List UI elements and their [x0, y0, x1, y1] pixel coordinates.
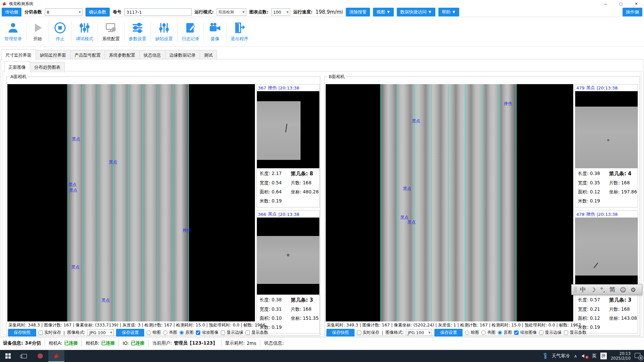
ime-mode-badge[interactable]: 拼	[600, 353, 607, 359]
save-snapshot-button[interactable]: 保存快照	[326, 329, 355, 337]
thermometer-icon	[543, 353, 548, 359]
confirm-count-button[interactable]: 确认条数	[86, 8, 110, 16]
defect-thumbnail[interactable]	[257, 218, 319, 295]
chart-points-select[interactable]: 100 ▼	[271, 8, 290, 16]
original-image-radio[interactable]: 原图	[498, 330, 512, 336]
system-config-button[interactable]: 系统配置	[98, 21, 124, 42]
play-icon	[31, 21, 44, 34]
minimize-button[interactable]: —	[598, 0, 613, 7]
defect-marker-label: 黑点	[69, 188, 77, 193]
roll-number-input[interactable]	[124, 8, 192, 16]
system-tray: 天气寒冷 ∧ ✕ 英 拼 20:13 2025/2/10 6	[543, 350, 644, 362]
dark-image-radio[interactable]: 暗图	[147, 330, 161, 336]
start-button[interactable]: 开始	[26, 21, 49, 42]
save-snapshot-button[interactable]: 保存快照	[8, 329, 36, 337]
admin-login-button[interactable]: 管理登录	[0, 21, 26, 42]
defect-thumbnail[interactable]	[257, 91, 319, 168]
run-mode-select[interactable]: 双面检测 ▼	[217, 8, 246, 16]
window-title: 视觉检测系统	[9, 1, 33, 7]
defect-marker-label: 黑点	[109, 160, 117, 165]
stop-button[interactable]: 停止	[49, 21, 71, 42]
notification-badge: 6	[638, 355, 643, 360]
ime-drag-handle[interactable]	[575, 287, 576, 293]
defect-type: 挫伤	[586, 211, 595, 217]
drive-side-button[interactable]: 传动侧	[2, 8, 21, 16]
strip-boundary-line	[113, 84, 113, 321]
defect-stats: 长度: 2.17 第几条: 8 宽度: 0.54 片数: 168 面积: 0.6…	[257, 168, 319, 207]
ime-item[interactable]: 简	[609, 286, 615, 294]
ime-toolbar[interactable]: 中☽°,简☺⚙	[571, 284, 642, 295]
ime-item[interactable]: °,	[600, 286, 605, 293]
show-edge-checkbox[interactable]: 显示边缘	[221, 330, 243, 336]
log-record-button[interactable]: 日志记录	[177, 21, 204, 42]
show-edge-checkbox[interactable]: 显示边缘	[539, 330, 561, 336]
ime-item[interactable]: ⚙	[631, 286, 636, 293]
clock-date: 2025/2/10	[611, 356, 631, 361]
notification-center-button[interactable]: 6	[635, 353, 642, 359]
clear-alarm-button[interactable]: 清除报警	[346, 8, 370, 16]
bright-image-radio[interactable]: 亮图	[163, 330, 177, 336]
bright-image-radio[interactable]: 亮图	[481, 330, 495, 336]
defect-type: 黑点	[268, 211, 277, 217]
debug-mode-button[interactable]: 调试模式	[71, 21, 98, 42]
start-button[interactable]	[0, 350, 16, 362]
exit-program-button[interactable]: 退出程序	[226, 21, 253, 42]
chevron-down-icon: ▼	[284, 11, 288, 14]
show-strips-checkbox[interactable]: 显示条数	[246, 330, 268, 336]
icon-toolbar: 管理登录 开始 停止 调试模式 系统配置 参数设置 缺陷设置 日志记录 摄像	[0, 17, 644, 47]
close-button[interactable]: ✕	[629, 0, 644, 7]
defect-type: 黑点	[586, 85, 595, 91]
save-settings-button[interactable]: 保存设置	[434, 329, 463, 337]
sub-tab-strip: 正面图像分布趋势图表	[4, 61, 64, 72]
parameter-settings-button[interactable]: 参数设置	[124, 21, 151, 42]
view-menu-button[interactable]: 视图 ▼	[373, 8, 394, 16]
show-strips-checkbox[interactable]: 显示条数	[564, 330, 586, 336]
slit-count-select[interactable]: 8 ▼	[45, 8, 83, 16]
dark-image-radio[interactable]: 暗图	[465, 330, 479, 336]
defect-id: 367	[258, 85, 266, 90]
subtab-0[interactable]: 正面图像	[4, 61, 30, 72]
language-indicator[interactable]: 英	[592, 353, 597, 359]
tab-0[interactable]: 尺寸监控界面	[1, 49, 36, 60]
status-segment: 设备信息:3#分切	[3, 340, 41, 346]
subtab-1[interactable]: 分布趋势图表	[30, 62, 65, 72]
taskbar-app-1[interactable]	[32, 350, 48, 362]
task-view-button[interactable]	[16, 350, 32, 362]
data-access-menu-button[interactable]: 数据快捷访问 ▼	[397, 8, 435, 16]
strip-boundary-line	[516, 84, 517, 321]
status-segment: 相机A:已连接	[49, 340, 78, 346]
chart-points-label: 图表点数:	[249, 9, 268, 15]
strip-boundary-line	[83, 84, 83, 321]
ime-item[interactable]: ☺	[620, 286, 626, 293]
taskbar-app-vision-system[interactable]	[48, 350, 64, 362]
defect-marker-label: 黑点	[101, 298, 110, 303]
defect-thumbnail[interactable]	[575, 218, 638, 295]
operate-side-button[interactable]: 操作侧	[623, 8, 642, 16]
maximize-button[interactable]: ▢	[613, 0, 629, 7]
original-image-radio[interactable]: 原图	[179, 330, 194, 336]
realtime-save-checkbox[interactable]: 实时保存	[39, 330, 61, 336]
image-format-select[interactable]: JPG 100 ▼	[88, 329, 114, 336]
realtime-save-checkbox[interactable]: 实时保存	[357, 330, 379, 336]
help-menu-button[interactable]: 帮助 ▼	[438, 8, 459, 16]
image-format-select[interactable]: JPG 100 ▼	[406, 329, 432, 336]
zoom-image-checkbox[interactable]: 缩放图像	[514, 330, 537, 336]
defect-id: 478	[576, 212, 585, 217]
image-format-label: 图像格式:	[67, 330, 85, 336]
camera-b-title: B面相机	[327, 74, 346, 80]
defect-thumbnail[interactable]	[575, 91, 638, 168]
zoom-image-checkbox[interactable]: 缩放图像	[196, 330, 218, 336]
tray-expand-chevron[interactable]: ∧	[574, 354, 577, 359]
weather-text[interactable]: 天气寒冷	[552, 353, 570, 359]
camera-capture-button[interactable]: 摄像	[204, 21, 226, 42]
title-bar: 视觉检测系统 — ▢ ✕	[0, 0, 644, 7]
volume-muted-icon[interactable]: ✕	[581, 353, 588, 359]
strip-boundary-line	[465, 84, 466, 321]
defect-time: |20:13:38	[597, 212, 618, 217]
taskbar-clock[interactable]: 20:13 2025/2/10	[611, 351, 631, 361]
ime-item[interactable]: ☽	[590, 286, 596, 293]
ime-item[interactable]: 中	[580, 286, 586, 294]
defect-settings-button[interactable]: 缺陷设置	[151, 21, 177, 42]
save-settings-button[interactable]: 保存设置	[116, 329, 144, 337]
strip-boundary-line	[158, 84, 158, 321]
